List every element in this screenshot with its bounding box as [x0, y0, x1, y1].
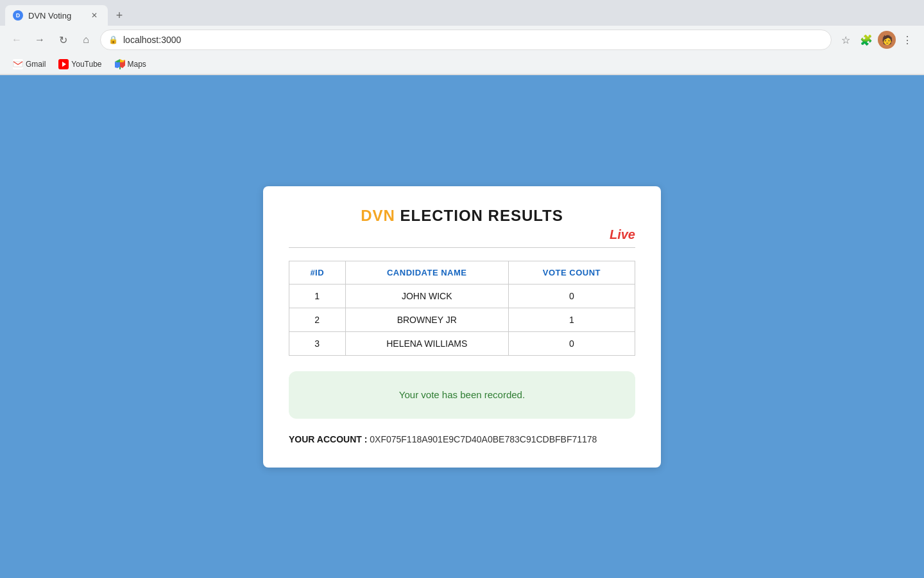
forward-button[interactable]: →	[31, 31, 49, 49]
account-section: YOUR ACCOUNT : 0XF075F118A901E9C7D40A0BE…	[289, 434, 635, 444]
row-votes: 1	[508, 308, 635, 332]
tab-bar: D DVN Voting ✕ +	[0, 0, 924, 26]
bookmark-maps[interactable]: Maps	[110, 57, 151, 72]
table-row: 1 JOHN WICK 0	[289, 285, 635, 308]
account-label: YOUR ACCOUNT :	[289, 434, 367, 444]
active-tab[interactable]: D DVN Voting ✕	[5, 5, 108, 26]
bookmark-gmail[interactable]: Gmail	[8, 57, 51, 72]
election-results-label: ELECTION RESULTS	[395, 207, 563, 224]
election-card: DVN ELECTION RESULTS Live #ID CANDIDATE …	[263, 186, 661, 468]
address-bar[interactable]: 🔒 localhost:3000	[100, 30, 832, 50]
back-button[interactable]: ←	[8, 31, 26, 49]
row-name: BROWNEY JR	[345, 308, 508, 332]
account-value: 0XF075F118A901E9C7D40A0BE783C91CDBFBF711…	[370, 434, 597, 444]
results-table: #ID CANDIDATE NAME VOTE COUNT 1 JOHN WIC…	[289, 261, 635, 356]
col-votes-header: VOTE COUNT	[508, 261, 635, 285]
nav-icons: ☆ 🧩 🧑 ⋮	[837, 31, 916, 49]
table-row: 2 BROWNEY JR 1	[289, 308, 635, 332]
address-text: localhost:3000	[123, 35, 181, 45]
bookmark-gmail-label: Gmail	[26, 60, 46, 69]
row-id: 2	[289, 308, 346, 332]
row-name: JOHN WICK	[345, 285, 508, 308]
menu-button[interactable]: ⋮	[898, 31, 916, 49]
browser-chrome: D DVN Voting ✕ + ← → ↻ ⌂ 🔒 localhost:300…	[0, 0, 924, 75]
card-header: DVN ELECTION RESULTS	[289, 207, 635, 225]
col-id-header: #ID	[289, 261, 346, 285]
page-content: DVN ELECTION RESULTS Live #ID CANDIDATE …	[0, 75, 924, 578]
youtube-icon	[58, 59, 69, 69]
lock-icon: 🔒	[108, 35, 118, 44]
home-button[interactable]: ⌂	[77, 31, 95, 49]
reload-button[interactable]: ↻	[54, 31, 72, 49]
table-row: 3 HELENA WILLIAMS 0	[289, 332, 635, 356]
nav-bar: ← → ↻ ⌂ 🔒 localhost:3000 ☆ 🧩 🧑 ⋮	[0, 26, 924, 54]
gmail-icon	[13, 59, 23, 69]
row-votes: 0	[508, 332, 635, 356]
live-badge: Live	[289, 227, 635, 242]
row-id: 1	[289, 285, 346, 308]
extensions-button[interactable]: 🧩	[857, 31, 875, 49]
vote-recorded-box: Your vote has been recorded.	[289, 371, 635, 419]
bookmarks-bar: Gmail YouTube Maps	[0, 54, 924, 74]
new-tab-button[interactable]: +	[110, 6, 128, 24]
profile-avatar[interactable]: 🧑	[878, 31, 896, 49]
dvn-label: DVN	[361, 207, 395, 224]
page-title: DVN ELECTION RESULTS	[289, 207, 635, 225]
divider	[289, 247, 635, 248]
col-name-header: CANDIDATE NAME	[345, 261, 508, 285]
bookmark-youtube[interactable]: YouTube	[53, 57, 107, 72]
maps-icon	[115, 59, 125, 69]
vote-recorded-text: Your vote has been recorded.	[399, 389, 525, 400]
bookmark-maps-label: Maps	[128, 60, 146, 69]
tab-title: DVN Voting	[28, 11, 83, 21]
tab-favicon: D	[13, 10, 23, 21]
row-name: HELENA WILLIAMS	[345, 332, 508, 356]
table-header-row: #ID CANDIDATE NAME VOTE COUNT	[289, 261, 635, 285]
tab-close-button[interactable]: ✕	[89, 10, 100, 21]
bookmark-youtube-label: YouTube	[71, 60, 101, 69]
row-id: 3	[289, 332, 346, 356]
bookmark-star-button[interactable]: ☆	[837, 31, 855, 49]
row-votes: 0	[508, 285, 635, 308]
